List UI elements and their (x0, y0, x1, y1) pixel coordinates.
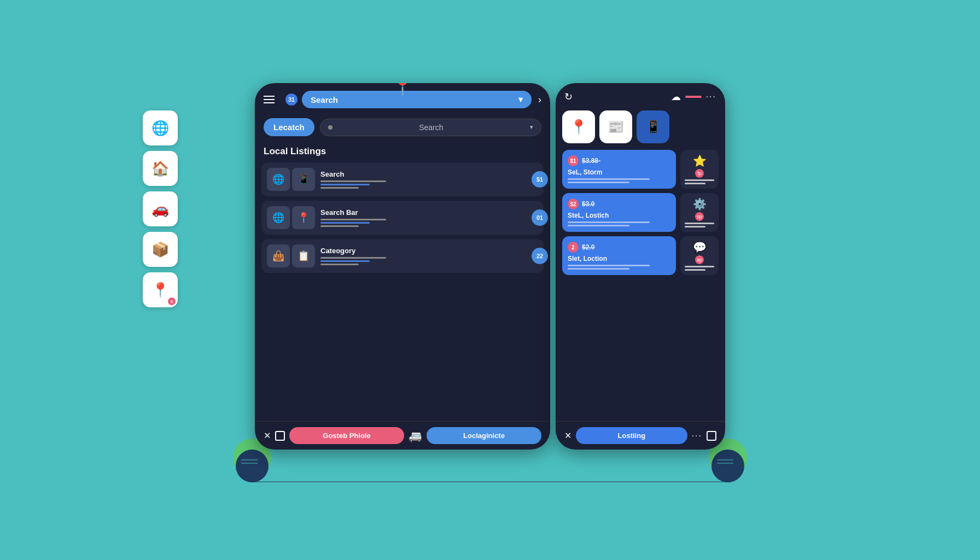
listing-bars-category (320, 257, 538, 265)
side-badge-1: fp (695, 169, 704, 178)
side-gear-icon: ⚙️ (693, 197, 707, 211)
listing-badge-searchbar: 01 (532, 209, 548, 226)
close-icon-left[interactable]: ✕ (264, 430, 271, 441)
right-card-row-2: $2 $3.0 SteL, Lostich ⚙️ sp (562, 193, 719, 232)
side-lines-2 (685, 223, 714, 228)
right-card-row-1: $1 $3.88- SeL, Storm ⭐ fp (562, 150, 719, 189)
listing-item-searchbar[interactable]: 🌐 📍 Search Bar 01 (261, 201, 544, 235)
search-pill-label: Search (311, 95, 338, 104)
search-pill-top[interactable]: Search ▾ (302, 91, 532, 108)
side-icon-globe[interactable]: 🌐 (143, 110, 178, 145)
app-icon-mobile[interactable]: 📱 (637, 110, 669, 143)
phones-container: 📍 31 Search ▾ › Lecatch (255, 83, 725, 450)
price-badge-2: $2 (568, 199, 579, 209)
listing-button[interactable]: Lostiing (576, 427, 687, 444)
price-badge-1: $1 (568, 155, 579, 166)
arrow-right-icon[interactable]: › (538, 94, 541, 106)
local-listings-header: Local Listings (255, 141, 550, 160)
side-icon-house[interactable]: 🏠 (143, 151, 178, 186)
price-text-3: $2.0 (582, 243, 594, 251)
side-badge-2: sp (695, 212, 704, 221)
app-icon-location[interactable]: 📍 (562, 110, 595, 143)
card-bars-1 (568, 178, 670, 183)
right-card-side-2[interactable]: ⚙️ sp (680, 193, 719, 232)
right-listings: $1 $3.88- SeL, Storm ⭐ fp (556, 148, 725, 421)
guest-profile-button[interactable]: Gosteb Phiole (289, 427, 404, 444)
location-pin-top: 📍 (392, 83, 413, 96)
card-label-3: Slet, Loction (568, 255, 670, 262)
side-icons-column: 🌐 🏠 🚗 📦 📍 $ (143, 110, 178, 307)
right-card-main-1[interactable]: $1 $3.88- SeL, Storm (562, 150, 676, 189)
price-row-2: $2 $3.0 (568, 199, 670, 209)
right-card-main-2[interactable]: $2 $3.0 SteL, Lostich (562, 193, 676, 232)
listing-icon-mobile: 📱 (292, 168, 315, 191)
listing-badge-search: $1 (532, 171, 548, 188)
lecatch-button[interactable]: Lecatch (264, 118, 314, 136)
right-card-row-3: 2 $2.0 Slet, Loction 💬 ap (562, 236, 719, 275)
phone-left: 📍 31 Search ▾ › Lecatch (255, 83, 550, 450)
app-icon-news[interactable]: 📰 (599, 110, 632, 143)
listing-icons-group-3: 👜 📋 (267, 244, 315, 267)
listing-bars-search (320, 180, 538, 189)
bottom-dots-menu-icon[interactable]: ··· (692, 431, 702, 441)
listing-bars-searchbar (320, 219, 538, 227)
search-input-label: Search (332, 123, 530, 132)
side-badge-3: ap (695, 255, 704, 264)
vehicle-icon: 🚐 (409, 429, 422, 442)
card-bars-3 (568, 265, 670, 270)
chevron-down-icon: ▾ (518, 95, 523, 104)
card-bars-2 (568, 221, 670, 226)
listing-icon-bag: 👜 (267, 244, 290, 267)
card-label-2: SteL, Lostich (568, 212, 670, 219)
notification-badge: 31 (285, 94, 298, 106)
listing-item-category[interactable]: 👜 📋 Cateogory 22 (261, 239, 544, 273)
listing-icons-group-2: 🌐 📍 (267, 206, 315, 229)
listing-title-search: Search (320, 170, 538, 178)
listing-icon-list: 📋 (292, 244, 315, 267)
square-icon-left[interactable] (275, 431, 285, 441)
listing-text-search: Search (320, 170, 538, 189)
phone-right-bottombar: ✕ Lostiing ··· (556, 421, 725, 450)
listing-title-searchbar: Search Bar (320, 208, 538, 217)
phone-left-row2: Lecatch Search ▾ (255, 114, 550, 141)
price-text-2: $3.0 (582, 200, 594, 208)
side-lines-1 (685, 179, 714, 184)
card-label-1: SeL, Storm (568, 168, 670, 176)
dots-menu-icon[interactable]: ··· (706, 92, 716, 102)
reload-icon[interactable]: ↻ (564, 91, 573, 103)
listing-icon-pin: 📍 (292, 206, 315, 229)
search-input-row[interactable]: Search ▾ (320, 119, 541, 136)
listing-icon-globe2: 🌐 (267, 206, 290, 229)
red-dash-decoration (685, 96, 702, 98)
square-icon-right[interactable] (707, 431, 716, 441)
locate-button[interactable]: Loclaginicte (427, 427, 541, 444)
close-icon-right[interactable]: ✕ (564, 430, 571, 441)
side-icon-pin[interactable]: 📍 $ (143, 272, 178, 307)
price-row-3: 2 $2.0 (568, 242, 670, 253)
ground-line (249, 481, 731, 482)
listing-badge-category: 22 (532, 248, 548, 264)
right-card-side-1[interactable]: ⭐ fp (680, 150, 719, 189)
side-icon-box[interactable]: 📦 (143, 232, 178, 267)
listing-text-category: Cateogory (320, 247, 538, 265)
price-row-1: $1 $3.88- (568, 155, 670, 166)
listing-text-searchbar: Search Bar (320, 208, 538, 227)
phone-right: ↻ ☁ ··· 📍 📰 📱 (556, 83, 725, 450)
price-text-1: $3.88- (582, 157, 600, 165)
price-badge-3: 2 (568, 242, 579, 253)
side-chat-icon: 💬 (693, 241, 707, 254)
listing-icon-globe: 🌐 (267, 168, 290, 191)
search-chevron-icon: ▾ (530, 124, 533, 131)
right-card-main-3[interactable]: 2 $2.0 Slet, Loction (562, 236, 676, 275)
phone-left-bottombar: ✕ Gosteb Phiole 🚐 Loclaginicte (255, 421, 550, 450)
side-star-icon: ⭐ (693, 154, 707, 167)
listing-items: 🌐 📱 Search $1 (255, 160, 550, 421)
cloud-icon: ☁ (671, 91, 681, 103)
right-card-side-3[interactable]: 💬 ap (680, 236, 719, 275)
listing-item-search[interactable]: 🌐 📱 Search $1 (261, 162, 544, 196)
side-lines-3 (685, 266, 714, 271)
side-icon-car[interactable]: 🚗 (143, 191, 178, 226)
phone-right-topbar: ↻ ☁ ··· (556, 83, 725, 108)
listing-icons-group-1: 🌐 📱 (267, 168, 315, 191)
hamburger-menu-icon[interactable] (264, 96, 275, 103)
